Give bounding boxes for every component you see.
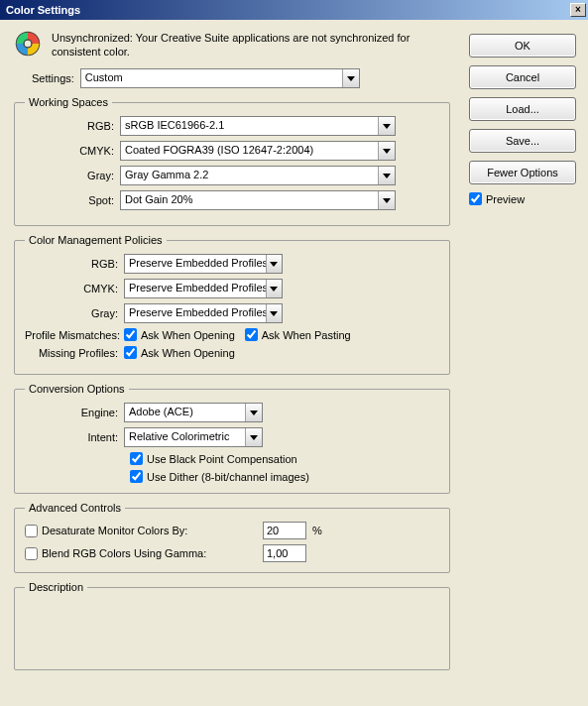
pol-cmyk-dropdown[interactable]: Preserve Embedded Profiles <box>124 279 283 298</box>
desat-checkbox[interactable]: Desaturate Monitor Colors By: <box>25 525 253 537</box>
pol-rgb-dropdown[interactable]: Preserve Embedded Profiles <box>124 254 283 274</box>
sync-status-icon <box>14 30 42 58</box>
advanced-group: Advanced Controls Desaturate Monitor Col… <box>14 502 450 573</box>
missing-ask-checkbox[interactable]: Ask When Opening <box>124 346 235 359</box>
description-legend: Description <box>25 581 87 593</box>
ws-rgb-dropdown[interactable]: sRGB IEC61966-2.1 <box>120 116 396 136</box>
ws-gray-label: Gray: <box>25 170 120 181</box>
chevron-down-icon[interactable] <box>266 280 282 297</box>
chevron-down-icon[interactable] <box>245 428 262 446</box>
pol-gray-label: Gray: <box>25 307 124 319</box>
ask-open-input[interactable] <box>124 328 137 341</box>
load-button[interactable]: Load... <box>469 97 576 121</box>
ws-gray-dropdown[interactable]: Gray Gamma 2.2 <box>120 166 396 185</box>
chevron-down-icon[interactable] <box>266 304 282 322</box>
ws-rgb-label: RGB: <box>25 120 120 132</box>
ask-open-checkbox[interactable]: Ask When Opening <box>124 328 235 341</box>
settings-dropdown[interactable]: Custom <box>80 68 360 88</box>
title-bar: Color Settings × <box>0 0 588 20</box>
save-button[interactable]: Save... <box>469 129 576 153</box>
engine-dropdown[interactable]: Adobe (ACE) <box>124 403 263 422</box>
chevron-down-icon[interactable] <box>378 117 395 135</box>
missing-label: Missing Profiles: <box>25 347 124 359</box>
chevron-down-icon[interactable] <box>266 255 282 273</box>
ok-button[interactable]: OK <box>469 34 576 58</box>
preview-input[interactable] <box>469 192 482 205</box>
bpc-input[interactable] <box>130 452 143 465</box>
ws-spot-dropdown[interactable]: Dot Gain 20% <box>120 190 396 210</box>
ask-paste-checkbox[interactable]: Ask When Pasting <box>245 328 351 341</box>
desat-value-input[interactable] <box>263 522 306 539</box>
conversion-legend: Conversion Options <box>25 383 129 395</box>
desat-input[interactable] <box>25 525 38 537</box>
conversion-group: Conversion Options Engine: Adobe (ACE) I… <box>14 383 450 494</box>
settings-label: Settings: <box>32 72 74 84</box>
ws-cmyk-label: CMYK: <box>25 145 120 157</box>
sync-message: Unsynchronized: Your Creative Suite appl… <box>52 30 450 59</box>
svg-point-1 <box>24 40 32 48</box>
pol-cmyk-label: CMYK: <box>25 283 124 294</box>
dither-checkbox[interactable]: Use Dither (8-bit/channel images) <box>130 470 309 483</box>
blend-checkbox[interactable]: Blend RGB Colors Using Gamma: <box>25 547 253 560</box>
ws-spot-label: Spot: <box>25 194 120 206</box>
intent-dropdown[interactable]: Relative Colorimetric <box>124 427 263 447</box>
dither-input[interactable] <box>130 470 143 483</box>
chevron-down-icon[interactable] <box>342 69 359 87</box>
ws-cmyk-dropdown[interactable]: Coated FOGRA39 (ISO 12647-2:2004) <box>120 141 396 161</box>
chevron-down-icon[interactable] <box>378 191 395 209</box>
blend-value-input[interactable] <box>263 544 306 562</box>
policies-group: Color Management Policies RGB: Preserve … <box>14 234 450 375</box>
description-group: Description <box>14 581 450 670</box>
window-title: Color Settings <box>6 4 80 16</box>
desat-unit: % <box>312 525 322 536</box>
working-spaces-group: Working Spaces RGB: sRGB IEC61966-2.1 CM… <box>14 96 450 226</box>
chevron-down-icon[interactable] <box>378 167 395 184</box>
mismatch-label: Profile Mismatches: <box>25 329 124 341</box>
cancel-button[interactable]: Cancel <box>469 65 576 89</box>
chevron-down-icon[interactable] <box>245 404 262 421</box>
ask-paste-input[interactable] <box>245 328 258 341</box>
settings-value: Custom <box>81 69 342 87</box>
close-icon[interactable]: × <box>570 3 586 17</box>
bpc-checkbox[interactable]: Use Black Point Compensation <box>130 452 297 465</box>
advanced-legend: Advanced Controls <box>25 502 125 514</box>
chevron-down-icon[interactable] <box>378 142 395 160</box>
pol-rgb-label: RGB: <box>25 258 124 270</box>
blend-input[interactable] <box>25 547 38 560</box>
preview-checkbox[interactable]: Preview <box>469 192 525 205</box>
intent-label: Intent: <box>25 431 124 443</box>
engine-label: Engine: <box>25 407 124 418</box>
working-spaces-legend: Working Spaces <box>25 96 112 108</box>
policies-legend: Color Management Policies <box>25 234 167 246</box>
pol-gray-dropdown[interactable]: Preserve Embedded Profiles <box>124 303 283 323</box>
missing-ask-input[interactable] <box>124 346 137 359</box>
fewer-options-button[interactable]: Fewer Options <box>469 161 576 184</box>
